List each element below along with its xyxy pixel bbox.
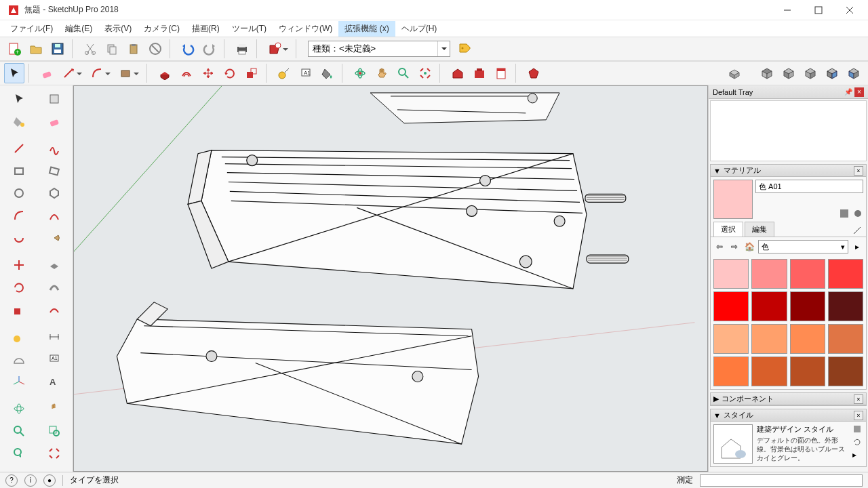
material-swatch[interactable] (751, 291, 787, 321)
material-swatch[interactable] (751, 259, 787, 289)
pan-icon[interactable] (43, 398, 66, 420)
zoom-window-icon[interactable] (43, 420, 66, 442)
arc-tool-button[interactable] (87, 63, 107, 83)
pie-icon[interactable] (43, 227, 66, 249)
paint-icon[interactable] (7, 110, 31, 132)
collapse-icon[interactable]: ▼ (713, 411, 721, 420)
back-view-button[interactable] (822, 63, 842, 83)
layout-button[interactable] (491, 63, 511, 83)
pan-tool-button[interactable] (372, 63, 392, 83)
move-icon[interactable] (7, 254, 31, 276)
menu-edit[interactable]: 編集(E) (59, 21, 98, 37)
material-swatch[interactable] (713, 324, 749, 354)
style-thumbnail[interactable] (713, 424, 753, 464)
eyedropper-icon[interactable] (852, 208, 863, 219)
axes-icon[interactable] (7, 371, 31, 392)
new-style-icon[interactable] (852, 424, 863, 435)
select-icon[interactable] (7, 88, 31, 110)
offset-tool-button[interactable] (176, 63, 197, 83)
open-file-button[interactable] (26, 39, 46, 59)
material-swatch[interactable] (790, 259, 825, 289)
orbit-icon[interactable] (7, 398, 31, 420)
expand-icon[interactable]: ▶ (713, 394, 719, 403)
material-swatch[interactable] (828, 324, 863, 354)
eraser-tool-button[interactable] (37, 63, 57, 83)
material-name-input[interactable]: 色 A01 (755, 180, 863, 193)
front-view-button[interactable] (778, 63, 799, 83)
style-dd-icon[interactable]: ▸ (852, 450, 863, 461)
redo-button[interactable] (199, 39, 220, 59)
menu-tools[interactable]: ツール(T) (226, 21, 273, 37)
offset-icon[interactable] (43, 299, 66, 321)
3dtext-icon[interactable]: A (43, 371, 66, 392)
panel-close-button[interactable]: × (854, 166, 863, 176)
line-tool-button[interactable] (58, 63, 79, 83)
tape-measure-button[interactable] (274, 63, 294, 83)
measurement-input[interactable] (700, 474, 863, 487)
material-swatch[interactable] (790, 324, 825, 354)
tab-select[interactable]: 選択 (713, 222, 743, 237)
rotate-tool-button[interactable] (220, 63, 240, 83)
circle-icon[interactable] (7, 182, 31, 204)
material-preview[interactable] (713, 180, 753, 219)
material-swatch[interactable] (713, 291, 749, 321)
rect-icon[interactable] (7, 160, 31, 182)
extension-warehouse-button[interactable] (469, 63, 490, 83)
details-icon[interactable]: ▸ (851, 241, 863, 253)
zoom-extents-button[interactable] (415, 63, 435, 83)
info-icon[interactable]: i (24, 474, 37, 487)
arc3-icon[interactable] (7, 227, 31, 249)
scale-tool-button[interactable] (241, 63, 262, 83)
warehouse-button[interactable] (448, 63, 468, 83)
close-tray-button[interactable]: × (854, 87, 864, 97)
top-view-button[interactable] (757, 63, 777, 83)
freehand-icon[interactable] (43, 138, 66, 159)
scale-icon[interactable] (7, 299, 31, 321)
back-icon[interactable] (7, 443, 31, 464)
update-style-icon[interactable] (852, 437, 863, 448)
iso-view-button[interactable] (724, 63, 745, 83)
material-swatch[interactable] (751, 357, 787, 386)
menu-camera[interactable]: カメラ(C) (138, 21, 186, 37)
user-icon[interactable]: ● (43, 474, 56, 487)
paint-bucket-button[interactable] (317, 63, 338, 83)
move-tool-button[interactable] (198, 63, 218, 83)
left-view-button[interactable] (844, 63, 864, 83)
rotate-icon[interactable] (7, 277, 31, 298)
text-icon[interactable]: A1 (43, 348, 66, 370)
material-swatch[interactable] (828, 357, 863, 386)
menu-view[interactable]: 表示(V) (98, 21, 138, 37)
material-swatch[interactable] (828, 291, 863, 321)
eraser-icon[interactable] (43, 110, 66, 132)
menu-extensions[interactable]: 拡張機能 (x) (338, 21, 395, 37)
select-tool-button[interactable] (4, 63, 24, 83)
material-swatch[interactable] (713, 259, 749, 289)
material-swatch[interactable] (751, 324, 787, 354)
delete-button[interactable] (145, 39, 165, 59)
help-icon[interactable]: ? (5, 474, 18, 487)
minimize-button[interactable] (772, 0, 803, 20)
print-button[interactable] (232, 39, 252, 59)
nav-back-icon[interactable]: ⇦ (713, 241, 726, 253)
material-swatch[interactable] (713, 357, 749, 386)
followme-icon[interactable] (43, 277, 66, 298)
extents-icon[interactable] (43, 443, 66, 464)
material-swatch[interactable] (790, 357, 825, 386)
material-swatch[interactable] (828, 259, 863, 289)
collapse-icon[interactable]: ▼ (713, 167, 721, 175)
new-file-button[interactable]: + (4, 39, 24, 59)
arc-icon[interactable] (7, 205, 31, 226)
undo-button[interactable] (178, 39, 198, 59)
copy-button[interactable] (102, 39, 122, 59)
protractor-icon[interactable] (7, 348, 31, 370)
right-view-button[interactable] (800, 63, 821, 83)
text-tool-button[interactable]: A1 (296, 63, 316, 83)
pushpull-icon[interactable] (43, 254, 66, 276)
material-swatch[interactable] (790, 291, 825, 321)
rectangle-tool-button[interactable] (115, 63, 136, 83)
save-button[interactable] (47, 39, 68, 59)
orbit-tool-button[interactable] (350, 63, 370, 83)
menu-file[interactable]: ファイル(F) (4, 21, 59, 37)
tape-icon[interactable] (7, 326, 31, 348)
pencil-icon[interactable] (7, 138, 31, 159)
